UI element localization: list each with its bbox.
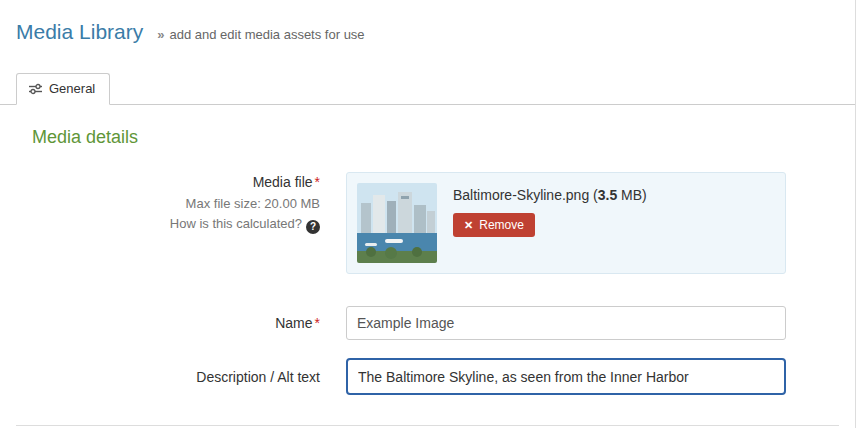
- tab-general[interactable]: General: [16, 73, 110, 105]
- bottom-divider: [16, 425, 839, 426]
- uploaded-file-box: Baltimore-Skyline.png (3.5 MB) ✕ Remove: [346, 172, 786, 274]
- name-input[interactable]: [346, 306, 786, 340]
- description-ctrl-col: [346, 358, 786, 395]
- remove-icon: ✕: [464, 219, 473, 232]
- description-label-col: Description / Alt text: [32, 367, 346, 387]
- required-asterisk: *: [315, 174, 320, 190]
- tab-bar: General: [0, 72, 855, 105]
- name-label: Name*: [275, 315, 320, 331]
- media-form: Media file* Max file size: 20.00 MB How …: [32, 172, 839, 395]
- file-name-text: Baltimore-Skyline.png (: [453, 187, 598, 203]
- media-file-label-text: Media file: [253, 174, 313, 190]
- content-area: Media details Media file* Max file size:…: [0, 105, 855, 395]
- description-label: Description / Alt text: [196, 369, 320, 385]
- file-name: Baltimore-Skyline.png (3.5 MB): [453, 187, 647, 203]
- help-link-text: How is this calculated?: [170, 216, 302, 231]
- description-input[interactable]: [346, 358, 786, 395]
- max-file-size-hint: Max file size: 20.00 MB: [32, 194, 320, 214]
- media-file-label-col: Media file* Max file size: 20.00 MB How …: [32, 172, 346, 234]
- breadcrumb-chevron: »: [157, 27, 164, 42]
- name-label-col: Name*: [32, 313, 346, 333]
- name-required-asterisk: *: [315, 315, 320, 331]
- name-label-text: Name: [275, 315, 312, 331]
- section-title: Media details: [32, 127, 839, 148]
- file-size: 3.5: [598, 187, 617, 203]
- question-circle-icon: ?: [306, 220, 320, 234]
- name-row: Name*: [32, 306, 839, 340]
- remove-button-label: Remove: [479, 218, 524, 232]
- media-library-page: Media Library »add and edit media assets…: [0, 0, 856, 428]
- page-subtitle-text: add and edit media assets for use: [169, 27, 364, 42]
- media-file-label: Media file*: [32, 172, 320, 192]
- media-file-ctrl-col: Baltimore-Skyline.png (3.5 MB) ✕ Remove: [346, 172, 786, 274]
- page-header: Media Library »add and edit media assets…: [0, 0, 855, 44]
- tab-general-label: General: [49, 81, 95, 96]
- page-title: Media Library: [16, 20, 143, 44]
- name-ctrl-col: [346, 306, 786, 340]
- file-size-unit: MB): [617, 187, 647, 203]
- description-row: Description / Alt text: [32, 358, 839, 395]
- file-info: Baltimore-Skyline.png (3.5 MB) ✕ Remove: [453, 183, 647, 237]
- remove-button[interactable]: ✕ Remove: [453, 213, 535, 237]
- sliders-icon: [29, 83, 42, 95]
- help-link[interactable]: How is this calculated??: [32, 214, 320, 234]
- media-thumbnail: [357, 183, 437, 263]
- media-file-row: Media file* Max file size: 20.00 MB How …: [32, 172, 839, 274]
- page-subtitle: »add and edit media assets for use: [157, 27, 364, 42]
